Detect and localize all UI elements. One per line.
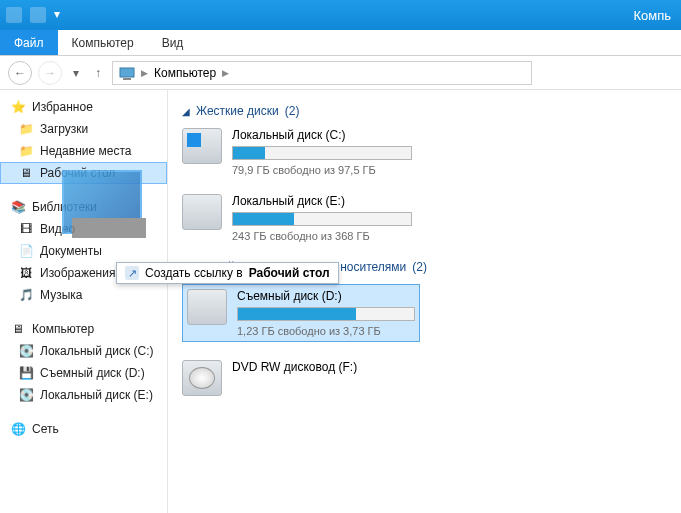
drive-name: Локальный диск (C:) (232, 128, 412, 142)
computer-icon (119, 65, 135, 81)
content-pane: ◢ Жесткие диски (2) Локальный диск (C:) … (168, 90, 681, 513)
forward-button[interactable]: → (38, 61, 62, 85)
sidebar-item-music[interactable]: 🎵 Музыка (0, 284, 167, 306)
chevron-icon: ▶ (141, 68, 148, 78)
drive-status: 1,23 ГБ свободно из 3,73 ГБ (237, 325, 415, 337)
folder-icon: 📁 (18, 121, 34, 137)
link-arrow-icon: ↗ (125, 266, 139, 280)
drive-name: Локальный диск (E:) (232, 194, 412, 208)
section-hard-drives[interactable]: ◢ Жесткие диски (2) (182, 104, 667, 118)
address-bar[interactable]: ▶ Компьютер ▶ (112, 61, 532, 85)
drive-status: 243 ГБ свободно из 368 ГБ (232, 230, 412, 242)
computer-tab[interactable]: Компьютер (58, 31, 148, 55)
chevron-down-icon: ◢ (182, 106, 190, 117)
drag-ghost-icon (62, 170, 142, 234)
drive-status: 79,9 ГБ свободно из 97,5 ГБ (232, 164, 412, 176)
drag-tooltip: ↗ Создать ссылку в Рабочий стол (116, 262, 339, 284)
sidebar-computer[interactable]: 🖥 Компьютер (0, 318, 167, 340)
video-icon: 🎞 (18, 221, 34, 237)
usage-bar (237, 307, 415, 321)
recent-icon: 📁 (18, 143, 34, 159)
removable-drive-icon (187, 289, 227, 325)
sidebar-item-recent[interactable]: 📁 Недавние места (0, 140, 167, 162)
file-tab[interactable]: Файл (0, 30, 58, 55)
drive-icon (182, 128, 222, 164)
drive-name: DVD RW дисковод (F:) (232, 360, 412, 374)
usage-bar (232, 212, 412, 226)
svg-rect-1 (123, 78, 131, 80)
window-title: Компь (633, 8, 675, 23)
music-icon: 🎵 (18, 287, 34, 303)
qat-icon[interactable] (6, 7, 22, 23)
navigation-bar: ← → ▾ ↑ ▶ Компьютер ▶ (0, 56, 681, 90)
quick-access-toolbar: ▾ (6, 7, 64, 23)
svg-rect-2 (187, 133, 201, 147)
drive-d[interactable]: Съемный диск (D:) 1,23 ГБ свободно из 3,… (182, 284, 420, 342)
chevron-icon: ▶ (222, 68, 229, 78)
network-icon: 🌐 (10, 421, 26, 437)
drive-icon (182, 194, 222, 230)
usage-bar (232, 146, 412, 160)
qat-dropdown[interactable]: ▾ (54, 7, 64, 23)
drive-e[interactable]: Локальный диск (E:) 243 ГБ свободно из 3… (182, 194, 412, 242)
sidebar-network[interactable]: 🌐 Сеть (0, 418, 167, 440)
libraries-icon: 📚 (10, 199, 26, 215)
drive-icon: 💽 (18, 387, 34, 403)
star-icon: ⭐ (10, 99, 26, 115)
sidebar-item-drive-e[interactable]: 💽 Локальный диск (E:) (0, 384, 167, 406)
drive-icon: 💽 (18, 343, 34, 359)
back-button[interactable]: ← (8, 61, 32, 85)
up-button[interactable]: ↑ (90, 63, 106, 83)
drive-name: Съемный диск (D:) (237, 289, 415, 303)
history-dropdown[interactable]: ▾ (68, 63, 84, 83)
breadcrumb-location[interactable]: Компьютер (154, 66, 216, 80)
removable-icon: 💾 (18, 365, 34, 381)
window-titlebar: ▾ Компь (0, 0, 681, 30)
sidebar-item-downloads[interactable]: 📁 Загрузки (0, 118, 167, 140)
svg-rect-0 (120, 68, 134, 77)
drive-c[interactable]: Локальный диск (C:) 79,9 ГБ свободно из … (182, 128, 412, 176)
qat-icon[interactable] (30, 7, 46, 23)
dvd-drive-icon (182, 360, 222, 396)
desktop-icon: 🖥 (18, 165, 34, 181)
sidebar-item-drive-d[interactable]: 💾 Съемный диск (D:) (0, 362, 167, 384)
sidebar-item-drive-c[interactable]: 💽 Локальный диск (C:) (0, 340, 167, 362)
navigation-pane: ⭐ Избранное 📁 Загрузки 📁 Недавние места … (0, 90, 168, 513)
drive-f[interactable]: DVD RW дисковод (F:) (182, 360, 412, 396)
computer-icon: 🖥 (10, 321, 26, 337)
sidebar-item-documents[interactable]: 📄 Документы (0, 240, 167, 262)
pictures-icon: 🖼 (18, 265, 34, 281)
sidebar-favorites[interactable]: ⭐ Избранное (0, 96, 167, 118)
ribbon-tabs: Файл Компьютер Вид (0, 30, 681, 56)
document-icon: 📄 (18, 243, 34, 259)
view-tab[interactable]: Вид (148, 31, 198, 55)
